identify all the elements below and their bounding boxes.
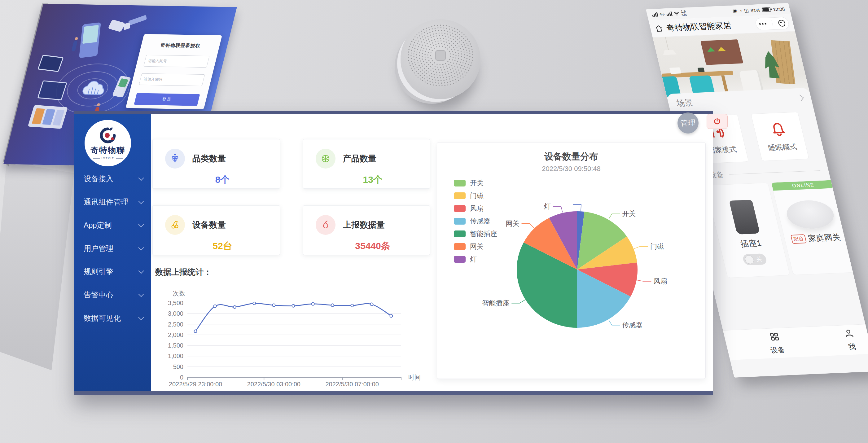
stat-card-value: 52台 bbox=[165, 240, 280, 252]
device-name: 家庭网关 bbox=[807, 232, 842, 244]
chevron-down-icon bbox=[138, 198, 144, 204]
legend-item[interactable]: 灯 bbox=[454, 253, 497, 265]
svg-text:2022/5/29 23:00:00: 2022/5/29 23:00:00 bbox=[169, 381, 222, 387]
svg-text:网关: 网关 bbox=[506, 220, 520, 227]
svg-text:1,500: 1,500 bbox=[168, 342, 183, 349]
mode-card-2[interactable]: 睡眠模式 bbox=[751, 112, 809, 161]
stat-card: 设备数量52台 bbox=[152, 205, 280, 255]
user-icon bbox=[843, 328, 855, 338]
dashboard-window: 奇特物聯 IOTKIT 设备接入通讯组件管理App定制用户管理规则引擎告警中心数… bbox=[74, 111, 713, 395]
sidebar-item-5[interactable]: 规则引擎 bbox=[74, 265, 151, 279]
sidebar-item-2[interactable]: 通讯组件管理 bbox=[74, 195, 151, 209]
stat-card-label: 设备数量 bbox=[192, 219, 226, 230]
pear-icon bbox=[321, 220, 331, 230]
legend-label: 灯 bbox=[470, 255, 477, 264]
sidebar-item-6[interactable]: 告警中心 bbox=[74, 288, 151, 302]
legend-item[interactable]: 开关 bbox=[454, 177, 497, 189]
svg-text:3,500: 3,500 bbox=[168, 299, 183, 306]
legend-item[interactable]: 风扇 bbox=[454, 202, 497, 215]
stat-card: 产品数量13个 bbox=[303, 139, 430, 189]
login-board-side-face bbox=[0, 146, 81, 375]
pie-legend: 开关门磁风扇传感器智能插座网关灯 bbox=[454, 177, 497, 265]
legend-swatch bbox=[454, 205, 466, 212]
logo-subtext: IOTKIT bbox=[93, 157, 123, 160]
svg-text:智能插座: 智能插座 bbox=[482, 299, 509, 307]
device-name: 插座1 bbox=[739, 238, 763, 250]
chevron-down-icon bbox=[138, 268, 144, 274]
nfc-icon: ▣ bbox=[732, 8, 738, 13]
legend-item[interactable]: 网关 bbox=[454, 240, 497, 253]
tab-设备[interactable]: 设备 bbox=[755, 331, 797, 356]
battery-icon bbox=[762, 7, 771, 12]
sidebar-item-1[interactable]: 设备接入 bbox=[74, 172, 151, 186]
legend-item[interactable]: 门磁 bbox=[454, 189, 497, 202]
stat-card: 上报数据量35440条 bbox=[303, 205, 430, 255]
illustration-server bbox=[28, 105, 68, 129]
legend-swatch bbox=[454, 192, 466, 199]
illustration-satellite bbox=[128, 15, 147, 26]
manage-badge[interactable]: 管理 bbox=[678, 113, 699, 133]
account-input[interactable] bbox=[144, 55, 209, 67]
smart-speaker bbox=[401, 19, 480, 99]
location-tag: 阳台 bbox=[790, 234, 807, 244]
tab-label: 设备 bbox=[770, 345, 786, 355]
sidebar-item-7[interactable]: 数据可见化 bbox=[74, 311, 151, 325]
stat-card-value: 35440条 bbox=[316, 240, 430, 252]
chevron-down-icon bbox=[138, 175, 144, 181]
sidebar-item-label: 规则引擎 bbox=[84, 267, 113, 277]
legend-item[interactable]: 传感器 bbox=[454, 215, 497, 227]
exit-icon[interactable] bbox=[778, 20, 786, 27]
scene-label: 场景 bbox=[675, 97, 694, 108]
grapes-icon bbox=[170, 154, 180, 164]
more-icon[interactable] bbox=[759, 23, 766, 25]
power-button[interactable] bbox=[707, 114, 728, 129]
illustration-monitor bbox=[37, 55, 64, 72]
clock-text: 12:08 bbox=[772, 6, 785, 12]
svg-text:灯: 灯 bbox=[544, 202, 551, 210]
report-line-chart: 05001,0001,5002,0002,5003,0003,5002022/5… bbox=[161, 283, 421, 394]
stat-cards: 品类数量8个产品数量13个设备数量52台上报数据量35440条 bbox=[152, 139, 431, 255]
sidebar-item-3[interactable]: App定制 bbox=[74, 218, 151, 232]
legend-item[interactable]: 智能插座 bbox=[454, 227, 497, 240]
password-input[interactable] bbox=[139, 73, 205, 86]
tab-我[interactable]: 我 bbox=[829, 327, 868, 352]
bell-icon bbox=[768, 121, 788, 137]
login-button[interactable]: 登录 bbox=[134, 93, 200, 106]
gateway-photo bbox=[784, 199, 837, 230]
sidebar-item-label: 数据可见化 bbox=[84, 313, 121, 323]
legend-label: 开关 bbox=[470, 179, 484, 188]
illustration-camera bbox=[108, 20, 125, 32]
logo-text: 奇特物聯 bbox=[90, 145, 125, 156]
sidebar-item-label: 设备接入 bbox=[84, 174, 113, 184]
user-icon bbox=[843, 328, 855, 340]
stat-card-value: 8个 bbox=[165, 173, 280, 186]
device-distribution-card: 设备数量分布 2022/5/30 09:50:48 开关门磁风扇传感器智能插座网… bbox=[437, 142, 706, 379]
legend-swatch bbox=[454, 218, 466, 225]
miniprogram-pill bbox=[754, 17, 790, 30]
socket-photo bbox=[729, 200, 760, 234]
legend-swatch bbox=[454, 180, 466, 187]
svg-text:传感器: 传感器 bbox=[622, 321, 643, 329]
sidebar-item-label: 告警中心 bbox=[84, 290, 113, 300]
signal-icon bbox=[652, 12, 658, 17]
device-toggle[interactable]: 关 bbox=[742, 253, 767, 265]
tab-label: 我 bbox=[847, 342, 857, 352]
svg-text:0: 0 bbox=[180, 374, 183, 381]
svg-text:开关: 开关 bbox=[622, 210, 636, 218]
home-icon[interactable] bbox=[654, 24, 664, 33]
signal-icon bbox=[666, 11, 673, 16]
svg-text:风扇: 风扇 bbox=[653, 277, 667, 285]
grid-icon bbox=[768, 331, 781, 343]
svg-text:2,000: 2,000 bbox=[168, 331, 183, 338]
legend-label: 风扇 bbox=[470, 204, 484, 213]
battery-percent: 91% bbox=[750, 7, 761, 13]
chevron-down-icon bbox=[138, 314, 144, 320]
svg-text:2022/5/30 07:00:00: 2022/5/30 07:00:00 bbox=[325, 381, 378, 387]
vibrate-icon: ◫ bbox=[743, 8, 749, 13]
wifi-icon bbox=[674, 11, 680, 16]
sidebar-menu: 设备接入通讯组件管理App定制用户管理规则引擎告警中心数据可见化 bbox=[74, 172, 151, 335]
sidebar-item-4[interactable]: 用户管理 bbox=[74, 242, 151, 255]
chevron-down-icon bbox=[138, 291, 144, 297]
lime-icon bbox=[321, 154, 331, 164]
logo: 奇特物聯 IOTKIT bbox=[85, 120, 131, 166]
